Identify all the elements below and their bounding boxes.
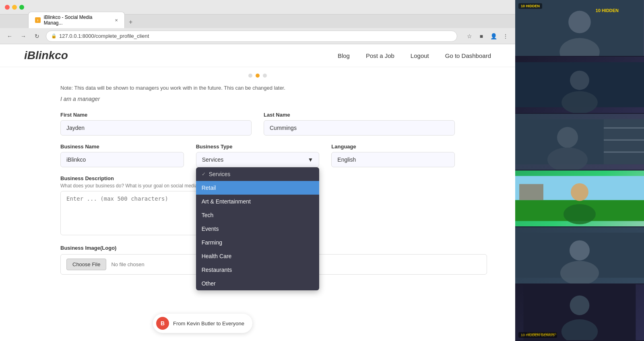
- outdoor-scene: [515, 170, 644, 226]
- chat-message: From Kevin Butler to Everyone: [173, 320, 244, 327]
- tab-close-btn[interactable]: ✕: [115, 18, 118, 23]
- dropdown-item-label: Art & Entertainment: [202, 198, 251, 205]
- choose-file-btn[interactable]: Choose File: [66, 259, 106, 270]
- dropdown-item-health[interactable]: Health Care: [196, 249, 320, 263]
- dropdown-item-other[interactable]: Other: [196, 277, 320, 290]
- svg-rect-16: [519, 184, 543, 200]
- nav-post-job[interactable]: Post a Job: [366, 52, 394, 59]
- svg-rect-11: [604, 151, 644, 152]
- form-note: Note: This data will be shown to manager…: [60, 85, 455, 91]
- progress-dot-2: [256, 74, 260, 78]
- browser-actions: ☆ ■ 👤 ⋮: [464, 31, 510, 41]
- business-name-input[interactable]: [60, 152, 184, 167]
- nav-blog[interactable]: Blog: [338, 52, 350, 59]
- chat-avatar: B: [156, 317, 169, 330]
- dropdown-item-label: Retail: [202, 185, 216, 191]
- browser-window: i iBlinkco - Social Media Manag... ✕ + ←…: [0, 0, 515, 341]
- extensions-btn[interactable]: ■: [477, 31, 486, 41]
- video-tile-4: [515, 170, 644, 227]
- dropdown-item-retail[interactable]: Retail: [196, 181, 320, 195]
- dropdown-item-label: Health Care: [202, 253, 232, 259]
- progress-area: [0, 67, 515, 81]
- nav-dashboard[interactable]: Go to Dashboard: [445, 52, 491, 59]
- dropdown-item-tech[interactable]: Tech: [196, 208, 320, 222]
- dropdown-item-farming[interactable]: Farming: [196, 236, 320, 249]
- bookmark-btn[interactable]: ☆: [464, 31, 474, 41]
- video-tile-3: [515, 114, 644, 170]
- person-silhouette-2: [515, 57, 644, 113]
- dropdown-item-label: Restaurants: [202, 267, 232, 273]
- traffic-lights: [5, 5, 24, 10]
- profile-btn[interactable]: 👤: [489, 31, 498, 41]
- progress-dots: [248, 74, 267, 78]
- business-type-label: Business Type: [196, 144, 320, 150]
- person-silhouette-3: [515, 114, 644, 170]
- chat-notification: B From Kevin Butler to Everyone: [153, 314, 252, 333]
- dropdown-item-label: Services: [209, 171, 231, 177]
- sidebar-panel: 10 HIDDEN 10 HIDDEN: [515, 0, 644, 341]
- last-name-input[interactable]: [264, 120, 455, 136]
- tile-6-label: 10 HIDDEN GENIUS: [518, 331, 641, 338]
- last-name-group: Last Name: [264, 112, 455, 136]
- first-name-input[interactable]: [60, 120, 252, 136]
- video-tile-6: 10 HIDDEN GENIUS 10 HIDDEN GENIUS: [515, 284, 644, 341]
- maximize-window-btn[interactable]: [19, 5, 24, 10]
- nav-logout[interactable]: Logout: [411, 52, 429, 59]
- svg-text:10 HIDDEN: 10 HIDDEN: [596, 8, 619, 13]
- menu-btn[interactable]: ⋮: [501, 31, 510, 41]
- svg-point-6: [561, 91, 598, 113]
- tile-badge-6: 10 HIDDEN GENIUS: [518, 332, 557, 338]
- logo-text: iBlinkco: [24, 49, 68, 62]
- dropdown-item-label: Tech: [202, 212, 214, 218]
- forward-btn[interactable]: →: [19, 31, 28, 41]
- form-container: Note: This data will be shown to manager…: [36, 81, 479, 299]
- svg-rect-8: [604, 119, 644, 164]
- tab-title: iBlinkco - Social Media Manag...: [44, 14, 111, 26]
- svg-point-18: [564, 204, 596, 224]
- business-row: Business Name Business Type Services ▼ ✓…: [60, 144, 455, 167]
- name-row: First Name Last Name: [60, 112, 455, 136]
- person-silhouette-5: [515, 227, 644, 283]
- minimize-window-btn[interactable]: [12, 5, 17, 10]
- url-text: 127.0.0.1:8000/complete_profile_client: [59, 33, 149, 39]
- tab-favicon: i: [35, 17, 41, 23]
- svg-rect-10: [604, 139, 644, 140]
- first-name-group: First Name: [60, 112, 252, 136]
- video-tile-1: 10 HIDDEN 10 HIDDEN: [515, 0, 644, 57]
- business-type-dropdown[interactable]: Services ▼: [196, 152, 320, 167]
- address-bar[interactable]: 🔒 127.0.0.1:8000/complete_profile_client: [46, 31, 457, 42]
- last-name-label: Last Name: [264, 112, 455, 118]
- page-content: iBlinkco Blog Post a Job Logout Go to Da…: [0, 44, 515, 341]
- dropdown-item-restaurants[interactable]: Restaurants: [196, 263, 320, 277]
- new-tab-btn[interactable]: +: [125, 16, 136, 28]
- dropdown-item-services[interactable]: ✓ Services: [196, 167, 320, 181]
- back-btn[interactable]: ←: [5, 31, 14, 41]
- check-icon: ✓: [202, 171, 206, 177]
- reload-btn[interactable]: ↻: [32, 31, 42, 41]
- first-name-label: First Name: [60, 112, 252, 118]
- dropdown-item-art[interactable]: Art & Entertainment: [196, 195, 320, 208]
- dropdown-item-label: Events: [202, 226, 219, 232]
- svg-point-5: [570, 71, 589, 90]
- svg-point-1: [568, 11, 591, 33]
- business-type-menu: ✓ Services Retail Art & Entertainment Te…: [196, 167, 320, 290]
- svg-point-17: [571, 183, 588, 201]
- svg-point-23: [570, 296, 590, 315]
- dropdown-selected-value: Services: [202, 156, 224, 163]
- browser-addressbar: ← → ↻ 🔒 127.0.0.1:8000/complete_profile_…: [0, 28, 515, 44]
- chat-avatar-initial: B: [161, 320, 165, 327]
- site-logo[interactable]: iBlinkco: [24, 49, 68, 62]
- no-file-text: No file chosen: [111, 261, 144, 267]
- progress-dot-1: [248, 74, 252, 78]
- language-group: Language English French Spanish German: [331, 144, 455, 167]
- role-label: I am a manager: [60, 96, 455, 102]
- language-select[interactable]: English French Spanish German: [331, 152, 455, 167]
- tile-badge-1: 10 HIDDEN: [518, 3, 542, 9]
- dropdown-item-events[interactable]: Events: [196, 222, 320, 236]
- lock-icon: 🔒: [51, 33, 57, 39]
- dropdown-chevron-icon: ▼: [308, 156, 313, 163]
- video-tile-5: [515, 227, 644, 284]
- svg-point-12: [557, 127, 578, 148]
- active-tab[interactable]: i iBlinkco - Social Media Manag... ✕: [28, 12, 125, 28]
- close-window-btn[interactable]: [5, 5, 10, 10]
